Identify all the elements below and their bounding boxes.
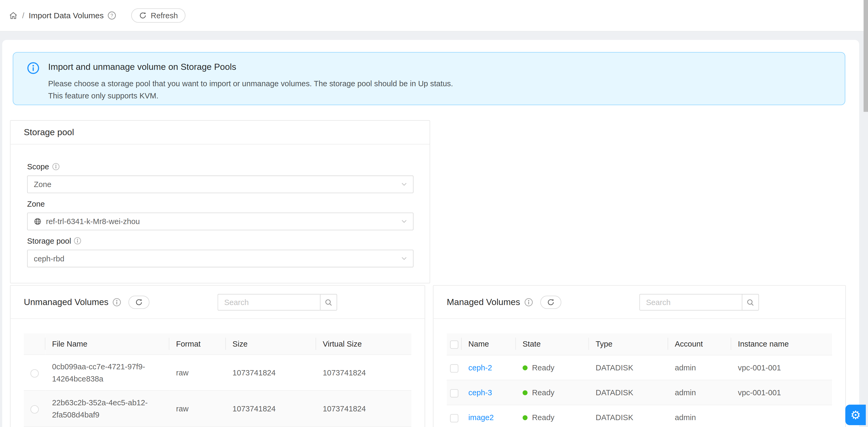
globe-icon bbox=[34, 217, 41, 225]
info-circle-icon bbox=[74, 237, 82, 245]
cell-account: admin bbox=[668, 355, 732, 380]
cell-type: DATADISK bbox=[589, 405, 668, 427]
row-checkbox[interactable] bbox=[450, 364, 458, 372]
info-circle-icon bbox=[113, 298, 121, 306]
cell-account: admin bbox=[668, 380, 732, 405]
cell-format: raw bbox=[169, 391, 226, 426]
scope-label: Scope bbox=[27, 161, 49, 172]
unmanaged-search-input[interactable] bbox=[217, 294, 320, 311]
chevron-down-icon bbox=[401, 218, 407, 224]
cell-virtual-size: 1073741824 bbox=[316, 355, 411, 391]
info-circle-icon bbox=[52, 163, 60, 171]
select-all-checkbox[interactable] bbox=[450, 340, 458, 348]
question-circle-icon[interactable]: ? bbox=[108, 11, 116, 20]
column-header-type: Type bbox=[589, 333, 668, 355]
reload-icon bbox=[139, 12, 147, 19]
cell-virtual-size: 1073741824 bbox=[316, 391, 411, 426]
managed-search-input[interactable] bbox=[640, 294, 742, 311]
status-badge: Ready bbox=[532, 388, 555, 397]
unmanaged-select-header bbox=[24, 333, 45, 355]
page-title: Import Data Volumes bbox=[29, 11, 104, 20]
status-badge: Ready bbox=[532, 363, 555, 372]
volume-name-link[interactable]: ceph-3 bbox=[468, 388, 492, 397]
row-radio[interactable] bbox=[30, 369, 39, 377]
storage-pool-label: Storage pool bbox=[27, 235, 71, 246]
alert-description-line2: This feature only supports KVM. bbox=[48, 90, 453, 102]
cell-type: DATADISK bbox=[589, 355, 668, 380]
breadcrumb: / Import Data Volumes ? bbox=[9, 11, 116, 20]
chevron-down-icon bbox=[401, 255, 407, 262]
managed-volumes-title: Managed Volumes bbox=[447, 297, 520, 307]
cell-instance-name: vpc-001-001 bbox=[731, 380, 832, 405]
storage-pool-select[interactable]: ceph-rbd bbox=[27, 250, 414, 268]
table-row: image2 Ready DATADISK admin bbox=[447, 405, 832, 427]
cell-type: DATADISK bbox=[589, 380, 668, 405]
refresh-label: Refresh bbox=[151, 11, 178, 20]
cell-size: 1073741824 bbox=[226, 355, 316, 391]
scope-select[interactable]: Zone bbox=[27, 175, 414, 193]
unmanaged-volumes-card: Unmanaged Volumes bbox=[10, 285, 425, 427]
table-row: 0cb099aa-cc7e-4721-97f9-14264bce838a raw… bbox=[24, 355, 411, 391]
refresh-button[interactable]: Refresh bbox=[131, 8, 186, 23]
table-row: 22b63c2b-352a-4ec5-ab12-2fa508d4baf9 raw… bbox=[24, 391, 411, 426]
managed-search bbox=[640, 294, 759, 311]
alert-title: Import and unmanage volume on Storage Po… bbox=[48, 61, 453, 73]
cell-format: raw bbox=[169, 355, 226, 391]
info-alert: Import and unmanage volume on Storage Po… bbox=[13, 52, 845, 105]
settings-button[interactable]: ⚙ bbox=[845, 405, 866, 425]
home-icon[interactable] bbox=[9, 11, 18, 20]
svg-text:?: ? bbox=[111, 13, 113, 18]
column-header-file-name: File Name bbox=[45, 333, 169, 355]
cell-account: admin bbox=[668, 405, 732, 427]
content-panel: Import and unmanage volume on Storage Po… bbox=[2, 40, 859, 427]
column-header-state: State bbox=[516, 333, 589, 355]
cell-file-name: 22b63c2b-352a-4ec5-ab12-2fa508d4baf9 bbox=[45, 391, 169, 426]
gear-icon: ⚙ bbox=[850, 408, 861, 422]
managed-volumes-table: Name State Type Account Instance name ce… bbox=[447, 333, 832, 427]
zone-select-value: ref-trl-6341-k-Mr8-wei-zhou bbox=[46, 217, 140, 226]
managed-reload-button[interactable] bbox=[540, 295, 561, 308]
volume-name-link[interactable]: image2 bbox=[468, 413, 494, 422]
column-header-name: Name bbox=[462, 333, 516, 355]
info-circle-icon bbox=[27, 62, 39, 104]
scrollbar-track[interactable] bbox=[864, 0, 868, 427]
column-header-format: Format bbox=[169, 333, 226, 355]
unmanaged-volumes-title: Unmanaged Volumes bbox=[24, 297, 108, 307]
column-header-account: Account bbox=[668, 333, 732, 355]
row-checkbox[interactable] bbox=[450, 389, 458, 397]
row-radio[interactable] bbox=[30, 405, 39, 413]
cell-file-name: 0cb099aa-cc7e-4721-97f9-14264bce838a bbox=[45, 355, 169, 391]
alert-description-line1: Please choose a storage pool that you wa… bbox=[48, 78, 453, 90]
cell-instance-name: vpc-001-001 bbox=[731, 355, 832, 380]
status-dot bbox=[523, 415, 528, 420]
storage-pool-card: Storage pool Scope bbox=[10, 120, 430, 283]
volume-name-link[interactable]: ceph-2 bbox=[468, 363, 492, 372]
table-row: ceph-2 Ready DATADISK admin vpc-001-001 bbox=[447, 355, 832, 380]
chevron-down-icon bbox=[401, 181, 407, 188]
storage-pool-select-value: ceph-rbd bbox=[34, 254, 65, 263]
column-header-virtual-size: Virtual Size bbox=[316, 333, 411, 355]
status-badge: Ready bbox=[532, 413, 555, 422]
zone-label: Zone bbox=[27, 198, 45, 209]
status-dot bbox=[523, 390, 528, 395]
status-dot bbox=[523, 365, 528, 370]
top-bar: / Import Data Volumes ? Refresh bbox=[0, 0, 868, 31]
column-header-size: Size bbox=[226, 333, 316, 355]
managed-volumes-card: Managed Volumes bbox=[433, 285, 846, 427]
info-circle-icon bbox=[524, 298, 533, 306]
cell-instance-name bbox=[731, 405, 832, 427]
unmanaged-search-button[interactable] bbox=[320, 294, 337, 311]
managed-search-button[interactable] bbox=[742, 294, 759, 311]
unmanaged-search bbox=[217, 294, 337, 311]
storage-pool-card-title: Storage pool bbox=[10, 121, 430, 145]
zone-select[interactable]: ref-trl-6341-k-Mr8-wei-zhou bbox=[27, 213, 414, 231]
unmanaged-volumes-table: File Name Format Size Virtual Size 0cb09… bbox=[24, 333, 411, 427]
scope-select-value: Zone bbox=[34, 180, 52, 189]
column-header-instance-name: Instance name bbox=[731, 333, 832, 355]
table-row: ceph-3 Ready DATADISK admin vpc-001-001 bbox=[447, 380, 832, 405]
scrollbar-thumb[interactable] bbox=[864, 0, 868, 112]
cell-size: 1073741824 bbox=[226, 391, 316, 426]
row-checkbox[interactable] bbox=[450, 414, 458, 422]
breadcrumb-separator: / bbox=[22, 11, 24, 20]
unmanaged-reload-button[interactable] bbox=[128, 295, 150, 308]
